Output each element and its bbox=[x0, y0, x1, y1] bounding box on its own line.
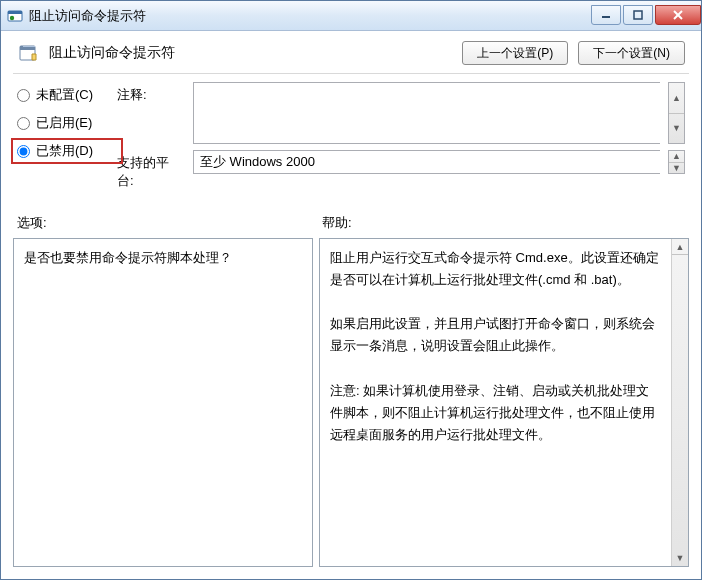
svg-point-2 bbox=[10, 15, 14, 19]
previous-setting-button[interactable]: 上一个设置(P) bbox=[462, 41, 568, 65]
platform-scrollbar[interactable]: ▲ ▼ bbox=[668, 150, 685, 174]
help-scrollbar[interactable]: ▲ ▼ bbox=[671, 239, 688, 566]
options-text: 是否也要禁用命令提示符脚本处理？ bbox=[14, 239, 312, 566]
help-heading: 帮助: bbox=[322, 214, 685, 232]
platform-label: 支持的平台: bbox=[117, 150, 185, 190]
help-panel: 阻止用户运行交互式命令提示符 Cmd.exe。此设置还确定是否可以在计算机上运行… bbox=[319, 238, 689, 567]
radio-enabled[interactable]: 已启用(E) bbox=[17, 114, 117, 132]
comment-row: 注释: ▲ ▼ bbox=[117, 82, 685, 144]
svg-rect-9 bbox=[23, 46, 35, 47]
close-button[interactable] bbox=[655, 5, 701, 25]
options-heading: 选项: bbox=[17, 214, 322, 232]
radio-disabled-highlight: 已禁用(D) bbox=[11, 138, 123, 164]
scroll-up-icon[interactable]: ▲ bbox=[672, 239, 688, 255]
scroll-up-icon[interactable]: ▲ bbox=[669, 151, 684, 163]
radio-enabled-input[interactable] bbox=[17, 117, 30, 130]
platform-value: 至少 Windows 2000 bbox=[193, 150, 660, 174]
radio-not-configured[interactable]: 未配置(C) bbox=[17, 86, 117, 104]
scroll-down-icon[interactable]: ▼ bbox=[672, 550, 688, 566]
window-controls bbox=[591, 6, 701, 25]
radio-not-configured-input[interactable] bbox=[17, 89, 30, 102]
policy-icon bbox=[17, 41, 41, 65]
maximize-button[interactable] bbox=[623, 5, 653, 25]
lower-labels: 选项: 帮助: bbox=[1, 190, 701, 238]
window-title: 阻止访问命令提示符 bbox=[29, 7, 591, 25]
state-radio-group: 未配置(C) 已启用(E) 已禁用(D) bbox=[17, 82, 117, 190]
comment-scrollbar[interactable]: ▲ ▼ bbox=[668, 82, 685, 144]
next-setting-button[interactable]: 下一个设置(N) bbox=[578, 41, 685, 65]
radio-disabled-label: 已禁用(D) bbox=[36, 142, 93, 160]
fields-column: 注释: ▲ ▼ 支持的平台: 至少 Windows 2000 ▲ ▼ bbox=[117, 82, 685, 190]
minimize-button[interactable] bbox=[591, 5, 621, 25]
svg-rect-1 bbox=[8, 11, 22, 14]
options-panel: 是否也要禁用命令提示符脚本处理？ bbox=[13, 238, 313, 567]
platform-row: 支持的平台: 至少 Windows 2000 ▲ ▼ bbox=[117, 150, 685, 190]
titlebar: 阻止访问命令提示符 bbox=[1, 1, 701, 31]
page-title: 阻止访问命令提示符 bbox=[49, 44, 452, 62]
comment-label: 注释: bbox=[117, 82, 185, 104]
scroll-track[interactable] bbox=[672, 255, 688, 550]
scroll-up-icon[interactable]: ▲ bbox=[669, 83, 684, 114]
scroll-down-icon[interactable]: ▼ bbox=[669, 114, 684, 144]
radio-disabled[interactable]: 已禁用(D) bbox=[17, 142, 117, 160]
policy-editor-window: 阻止访问命令提示符 阻止访问命令提示符 上一个设置(P) 下一个设置(N) bbox=[0, 0, 702, 580]
config-area: 未配置(C) 已启用(E) 已禁用(D) 注释: ▲ ▼ bbox=[1, 74, 701, 190]
panels: 是否也要禁用命令提示符脚本处理？ 阻止用户运行交互式命令提示符 Cmd.exe。… bbox=[1, 238, 701, 579]
comment-textarea[interactable] bbox=[193, 82, 660, 144]
help-text: 阻止用户运行交互式命令提示符 Cmd.exe。此设置还确定是否可以在计算机上运行… bbox=[320, 239, 671, 566]
radio-not-configured-label: 未配置(C) bbox=[36, 86, 93, 104]
header-row: 阻止访问命令提示符 上一个设置(P) 下一个设置(N) bbox=[1, 31, 701, 71]
scroll-down-icon[interactable]: ▼ bbox=[669, 163, 684, 174]
app-icon bbox=[7, 8, 23, 24]
svg-rect-4 bbox=[634, 11, 642, 19]
radio-enabled-label: 已启用(E) bbox=[36, 114, 92, 132]
radio-disabled-input[interactable] bbox=[17, 145, 30, 158]
